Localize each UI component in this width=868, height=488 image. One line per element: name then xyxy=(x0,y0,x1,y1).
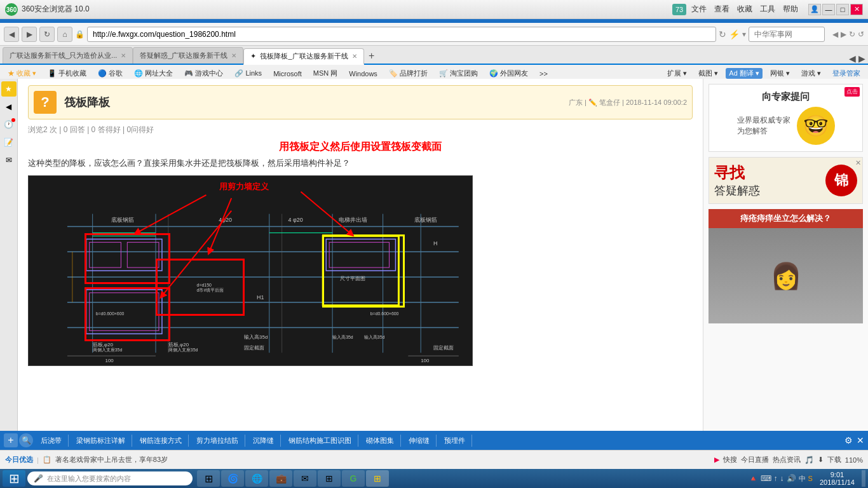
taskbar-app-2[interactable]: 🌐 xyxy=(245,470,268,487)
toolbar-settings[interactable]: ⚙ xyxy=(844,435,853,445)
ad-find-panel[interactable]: 寻找 答疑解惑 锦 ✕ xyxy=(709,157,863,204)
toolbar-item-4[interactable]: 沉降缝 xyxy=(247,435,281,447)
taskbar-app-6[interactable]: G xyxy=(342,470,365,487)
menu-favorites[interactable]: 收藏 xyxy=(737,4,752,15)
sidebar-email[interactable]: ✉ xyxy=(1,152,17,168)
toolbar-item-8[interactable]: 预埋件 xyxy=(438,435,472,447)
tab-1[interactable]: 答疑解惑_广联达服务新干线 ✕ xyxy=(133,47,243,64)
forward-button[interactable]: ▶ xyxy=(22,27,37,42)
toolbar-close[interactable]: ✕ xyxy=(857,435,864,445)
search-bar[interactable]: 🎤 在这里输入您要搜索的内容 xyxy=(27,471,193,485)
tab-nav-right[interactable]: ▶ xyxy=(858,53,865,64)
tab-2[interactable]: ✦ 筏板降板_广联达服务新干线 ✕ xyxy=(243,48,363,65)
today-live[interactable]: 今日直播 xyxy=(741,455,769,464)
tab-2-icon: ✦ xyxy=(250,52,256,60)
question-mark-icon: ? xyxy=(34,91,57,114)
nav-prev[interactable]: ◀ xyxy=(832,30,838,39)
bottom-add-button[interactable]: + xyxy=(4,433,18,447)
ad-title: 向专家提问 xyxy=(715,91,856,103)
bm-netbank[interactable]: 网银 ▾ xyxy=(766,67,794,79)
bm-links[interactable]: 🔗 Links xyxy=(231,68,266,79)
date: 2018-11-14 09:00:2 xyxy=(626,98,687,106)
question-meta: 广东 | ✏️ 笔盒仔 | 2018-11-14 09:00:2 xyxy=(569,98,687,107)
stats: 浏览2 次 | 0 回答 | 0 答得好 | 0问得好 xyxy=(28,125,154,134)
nav-next[interactable]: ▶ xyxy=(841,30,846,39)
quick-play[interactable]: 快搜 xyxy=(723,455,737,464)
refresh-button[interactable]: ↻ xyxy=(39,27,55,42)
download-text[interactable]: 下载 xyxy=(827,455,841,464)
taskbar-app-7[interactable]: ⊞ xyxy=(366,470,389,487)
bm-microsoft[interactable]: Microsoft xyxy=(269,69,306,79)
bm-extend[interactable]: 扩展 ▾ xyxy=(663,67,691,79)
url-dropdown[interactable]: ▾ xyxy=(742,30,746,39)
refresh-icon[interactable]: ↻ xyxy=(719,29,726,39)
ad-bottom-panel[interactable]: 痔疮痔痒坐立怎么解决？ 👩 xyxy=(709,209,863,323)
bm-games2[interactable]: 游戏 ▾ xyxy=(797,67,825,79)
taskbar-app-5[interactable]: ⊞ xyxy=(318,470,341,487)
search-placeholder: 在这里输入您要搜索的内容 xyxy=(47,474,131,484)
news-icon: 📋 xyxy=(43,456,51,464)
bm-urls[interactable]: 🌐 网址大全 xyxy=(130,67,177,79)
time: 9:01 xyxy=(820,471,855,478)
start-button[interactable]: ⊞ xyxy=(3,470,25,487)
toolbar-item-7[interactable]: 伸缩缝 xyxy=(402,435,437,447)
bm-google[interactable]: 🔵 谷歌 xyxy=(94,67,126,79)
bm-msn[interactable]: MSN 网 xyxy=(309,67,342,79)
toolbar-item-0[interactable]: 后浇带 xyxy=(34,435,69,447)
sidebar-star[interactable]: ★ xyxy=(1,81,17,97)
bm-windows[interactable]: Windows xyxy=(345,69,381,79)
bm-games[interactable]: 🎮 游戏中心 xyxy=(180,67,227,79)
windows-taskbar: ⊞ 🎤 在这里输入您要搜索的内容 ⊞ 🌀 🌐 💼 ✉ ⊞ G ⊞ 🔺 ⌨ ↑ ↓… xyxy=(0,469,868,488)
bm-taobao[interactable]: 🛒 淘宝团购 xyxy=(435,67,482,79)
sidebar-notes[interactable]: 📝 xyxy=(1,135,17,150)
bm-more[interactable]: >> xyxy=(536,69,552,79)
taskbar-app-0[interactable]: ⊞ xyxy=(197,470,220,487)
bm-favorites[interactable]: ★ 收藏 ▾ xyxy=(4,67,40,79)
toolbar-item-2[interactable]: 钢筋连接方式 xyxy=(133,435,189,447)
tab-2-close[interactable]: ✕ xyxy=(352,53,357,60)
nav-refresh-right[interactable]: ↻ xyxy=(849,30,855,39)
toolbar-item-3[interactable]: 剪力墙拉结筋 xyxy=(190,435,245,447)
minimize-button[interactable]: — xyxy=(822,4,835,15)
bm-login[interactable]: 登录管家 xyxy=(829,67,864,79)
search-input[interactable] xyxy=(749,27,825,42)
svg-text:底板钢筋: 底板钢筋 xyxy=(414,217,437,223)
speaker-icon: 🔊 xyxy=(787,474,796,483)
toolbar-item-6[interactable]: 砌体图集 xyxy=(360,435,401,447)
bm-screenshot[interactable]: 截图 ▾ xyxy=(695,67,722,79)
ad-expert-panel[interactable]: 向专家提问 业界最权威专家 为您解答 🤓 点击 xyxy=(709,84,863,152)
hot-news[interactable]: 热点资讯 xyxy=(773,455,801,464)
close-button[interactable]: ✕ xyxy=(850,4,863,15)
bottom-search-icon[interactable]: 🔍 xyxy=(19,433,33,447)
jin-badge: 锦 xyxy=(825,165,857,196)
taskbar-app-4[interactable]: ✉ xyxy=(294,470,316,487)
home-button[interactable]: ⌂ xyxy=(57,27,72,42)
tab-nav-left[interactable]: ◀ xyxy=(849,53,856,64)
url-input[interactable] xyxy=(87,27,716,42)
sidebar-history[interactable]: 🕐 xyxy=(1,117,17,132)
back-button[interactable]: ◀ xyxy=(4,27,19,42)
menu-view[interactable]: 查看 xyxy=(714,4,729,15)
ad-close[interactable]: ✕ xyxy=(855,159,861,167)
toolbar-item-1[interactable]: 梁钢筋标注详解 xyxy=(70,435,132,447)
bm-ad-translate[interactable]: Ad 翻译 ▾ xyxy=(726,68,763,79)
show-desktop-button[interactable] xyxy=(862,470,865,487)
menu-file[interactable]: 文件 xyxy=(691,4,707,15)
bm-brand[interactable]: 🏷️ 品牌打折 xyxy=(385,67,431,79)
tab-navigation[interactable]: ◀ ▶ xyxy=(849,53,865,64)
bm-mobile[interactable]: 📱 手机收藏 xyxy=(44,67,90,79)
tab-0-close[interactable]: ✕ xyxy=(121,52,126,59)
tab-1-close[interactable]: ✕ xyxy=(231,52,236,59)
sidebar-back[interactable]: ◀ xyxy=(1,99,17,114)
nav-reload-right[interactable]: ↺ xyxy=(858,30,864,39)
new-tab-button[interactable]: + xyxy=(364,48,379,64)
taskbar-app-1[interactable]: 🌀 xyxy=(221,470,244,487)
toolbar-item-5[interactable]: 钢筋结构施工图识图 xyxy=(282,435,358,447)
menu-help[interactable]: 帮助 xyxy=(783,4,798,15)
taskbar-clock[interactable]: 9:01 2018/11/14 xyxy=(815,471,860,486)
taskbar-app-3[interactable]: 💼 xyxy=(269,470,292,487)
bm-foreign[interactable]: 🌍 外国网友 xyxy=(485,67,532,79)
restore-button[interactable]: □ xyxy=(836,4,849,15)
menu-tools[interactable]: 工具 xyxy=(760,4,775,15)
tab-0[interactable]: 广联达服务新干线_只为造价从业... ✕ xyxy=(3,47,133,64)
